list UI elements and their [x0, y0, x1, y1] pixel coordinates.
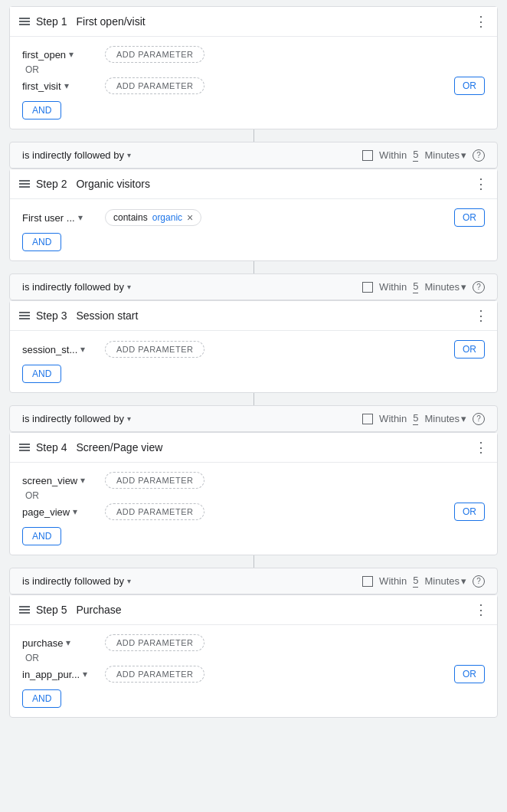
connector-4-help-icon[interactable]: ? [473, 575, 485, 588]
connector-1-within-unit[interactable]: Minutes ▾ [424, 149, 466, 161]
step-1-event-0-dropdown[interactable]: ▾ [69, 49, 74, 60]
step-2-and-button[interactable]: AND [22, 233, 61, 251]
connector-3-within-checkbox[interactable] [362, 414, 373, 424]
step-2-or-button[interactable]: OR [454, 208, 485, 227]
connector-2-right: Within 5 Minutes ▾ ? [362, 280, 485, 293]
step-1-more-button[interactable]: ⋮ [474, 15, 488, 28]
connector-2-text: is indirectly followed by [22, 281, 124, 293]
step-5-event-0-dropdown[interactable]: ▾ [66, 637, 70, 648]
step-4-event-0-add-param[interactable]: ADD PARAMETER [105, 472, 204, 489]
step-3-and-button[interactable]: AND [22, 365, 61, 383]
connector-4-within-checkbox[interactable] [362, 576, 373, 587]
step-4-event-1-dropdown[interactable]: ▾ [73, 506, 77, 517]
step-4-header: Step 4 Screen/Page view ⋮ [10, 433, 497, 463]
step-5-or-button[interactable]: OR [454, 665, 485, 683]
step-3-header: Step 3 Session start ⋮ [10, 301, 497, 331]
step-3-container: Step 3 Session start ⋮ session_st... ▾ A… [9, 300, 498, 393]
organic-value: organic [152, 212, 182, 223]
step-2-header: Step 2 Organic visitors ⋮ [10, 169, 497, 199]
connector-2-help-icon[interactable]: ? [473, 281, 485, 293]
step-5-event-1-add-param[interactable]: ADD PARAMETER [105, 666, 204, 683]
step-3-event-0-add-param[interactable]: ADD PARAMETER [105, 341, 204, 358]
step-2-header-left: Step 2 Organic visitors [19, 178, 150, 190]
step-5-event-row-0: purchase ▾ ADD PARAMETER [22, 634, 485, 651]
remove-tag-button[interactable]: × [187, 212, 193, 223]
step-3-event-row-0: session_st... ▾ ADD PARAMETER OR [22, 340, 485, 359]
step-5-event-0-name: purchase ▾ [22, 637, 99, 649]
drag-handle-icon[interactable] [19, 18, 30, 25]
connector-line-3 [0, 393, 507, 405]
step-1-header-left: Step 1 First open/visit [19, 15, 146, 28]
step-2-more-button[interactable]: ⋮ [474, 177, 488, 191]
step-5-or-label: OR [25, 653, 485, 663]
step-1-header: Step 1 First open/visit ⋮ [10, 7, 497, 37]
connector-4-within-unit[interactable]: Minutes ▾ [424, 575, 466, 587]
step-3-label: Step 3 [36, 309, 67, 322]
step-4-or-label: OR [25, 490, 485, 501]
connector-3-right: Within 5 Minutes ▾ ? [362, 412, 485, 425]
drag-handle-icon-5[interactable] [19, 606, 30, 614]
step-3-more-button[interactable]: ⋮ [474, 309, 488, 323]
step-5-and-button[interactable]: AND [22, 689, 61, 708]
connector-3-dropdown[interactable]: is indirectly followed by ▾ [22, 413, 131, 424]
step-5-more-button[interactable]: ⋮ [474, 603, 488, 617]
contains-label: contains [113, 212, 148, 223]
step-2-body: First user ... ▾ contains organic × OR A… [10, 199, 497, 260]
connector-2-within-unit[interactable]: Minutes ▾ [424, 281, 466, 293]
step-1-or-button[interactable]: OR [454, 77, 485, 95]
connector-2-within-value[interactable]: 5 [413, 280, 418, 293]
step-2-container: Step 2 Organic visitors ⋮ First user ...… [9, 169, 498, 261]
drag-handle-icon-3[interactable] [19, 312, 30, 319]
step-4-event-1-add-param[interactable]: ADD PARAMETER [105, 503, 204, 520]
connector-1-help-icon[interactable]: ? [473, 149, 485, 162]
drag-handle-icon-4[interactable] [19, 444, 30, 451]
step-5-label: Step 5 [36, 604, 67, 616]
connector-1-arrow-icon: ▾ [127, 151, 131, 159]
connector-3-within-unit[interactable]: Minutes ▾ [424, 413, 466, 424]
connector-1-within-checkbox[interactable] [362, 150, 373, 161]
connector-4-within-value[interactable]: 5 [413, 575, 418, 588]
step-1-event-0-name: first_open ▾ [22, 49, 99, 61]
step-1-event-row-1: first_visit ▾ ADD PARAMETER OR [22, 77, 485, 95]
step-4-event-0-dropdown[interactable]: ▾ [80, 475, 85, 486]
step-4-event-row-0: screen_view ▾ ADD PARAMETER [22, 472, 485, 489]
connector-1-dropdown[interactable]: is indirectly followed by ▾ [22, 149, 131, 161]
step-5-event-1-name: in_app_pur... ▾ [22, 669, 99, 680]
step-4-more-button[interactable]: ⋮ [474, 440, 488, 454]
step-5-header: Step 5 Purchase ⋮ [10, 595, 497, 625]
connector-3-arrow-icon: ▾ [127, 414, 131, 423]
step-5-event-1-dropdown[interactable]: ▾ [83, 669, 87, 679]
connector-2-unit-arrow-icon: ▾ [461, 281, 466, 293]
connector-1-unit-arrow-icon: ▾ [461, 149, 466, 161]
step-4-or-button[interactable]: OR [454, 503, 485, 521]
connector-2: is indirectly followed by ▾ Within 5 Min… [9, 273, 498, 300]
connector-2-within-checkbox[interactable] [362, 282, 373, 293]
step-3-or-button[interactable]: OR [454, 340, 485, 359]
connector-line-1 [0, 129, 507, 142]
connector-3-help-icon[interactable]: ? [473, 413, 485, 425]
connector-4-dropdown[interactable]: is indirectly followed by ▾ [22, 575, 131, 587]
connector-3-within-value[interactable]: 5 [413, 412, 418, 425]
step-5-event-row-1: in_app_pur... ▾ ADD PARAMETER OR [22, 665, 485, 683]
step-2-label: Step 2 [36, 178, 67, 190]
step-5-body: purchase ▾ ADD PARAMETER OR in_app_pur..… [10, 625, 497, 717]
step-3-body: session_st... ▾ ADD PARAMETER OR AND [10, 331, 497, 392]
step-2-event-0-dropdown[interactable]: ▾ [78, 212, 83, 223]
connector-1-right: Within 5 Minutes ▾ ? [362, 149, 485, 162]
step-5-event-0-add-param[interactable]: ADD PARAMETER [105, 634, 204, 651]
step-4-name: Screen/Page view [76, 441, 162, 453]
step-2-event-0-name: First user ... ▾ [22, 212, 99, 224]
step-5-container: Step 5 Purchase ⋮ purchase ▾ ADD PARAMET… [9, 594, 498, 718]
drag-handle-icon-2[interactable] [19, 180, 30, 188]
connector-2-arrow-icon: ▾ [127, 283, 131, 291]
step-1-event-1-add-param[interactable]: ADD PARAMETER [105, 77, 204, 94]
step-3-event-0-dropdown[interactable]: ▾ [80, 344, 85, 355]
connector-2-dropdown[interactable]: is indirectly followed by ▾ [22, 281, 131, 293]
connector-2-within-label: Within [379, 281, 407, 293]
step-1-or-label: OR [25, 64, 485, 75]
step-1-event-1-dropdown[interactable]: ▾ [64, 80, 69, 91]
step-1-event-0-add-param[interactable]: ADD PARAMETER [105, 46, 204, 63]
connector-1-within-value[interactable]: 5 [413, 149, 418, 162]
step-1-and-button[interactable]: AND [22, 101, 61, 120]
step-4-and-button[interactable]: AND [22, 527, 61, 545]
